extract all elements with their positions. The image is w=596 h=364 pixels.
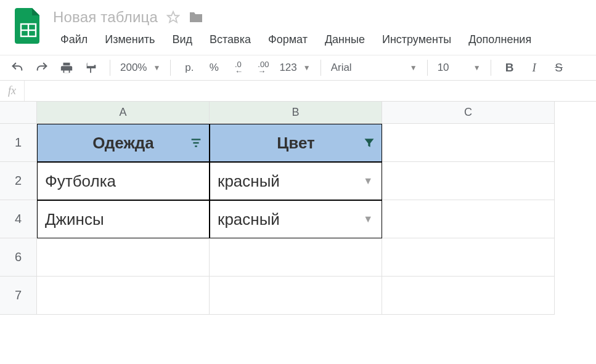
increase-decimal-button[interactable]: .00→	[255, 59, 272, 76]
font-select[interactable]: Arial ▼	[331, 62, 417, 74]
cell-a7[interactable]	[37, 277, 210, 315]
header-color-label: Цвет	[277, 134, 314, 153]
filter-icon[interactable]	[189, 136, 203, 150]
row-header-4[interactable]: 4	[0, 200, 37, 238]
undo-button[interactable]	[9, 59, 26, 76]
paint-format-button[interactable]	[83, 59, 100, 76]
menu-addons[interactable]: Дополнения	[461, 31, 539, 49]
cell-b6[interactable]	[210, 238, 382, 277]
formula-bar: fx	[0, 81, 596, 102]
menubar: Файл Изменить Вид Вставка Формат Данные …	[53, 26, 590, 49]
menu-file[interactable]: Файл	[53, 31, 95, 49]
row-header-2[interactable]: 2	[0, 162, 37, 200]
cell-c2[interactable]	[382, 162, 555, 200]
cell-value: красный	[218, 210, 280, 229]
menu-view[interactable]: Вид	[165, 31, 200, 49]
decrease-decimal-button[interactable]: .0←	[230, 59, 247, 76]
chevron-down-icon: ▼	[153, 63, 160, 72]
font-size-select[interactable]: 10 ▼	[438, 62, 481, 74]
bold-button[interactable]: B	[501, 59, 518, 76]
cell-value: Футболка	[45, 172, 116, 191]
font-value: Arial	[331, 62, 352, 74]
chevron-down-icon: ▼	[303, 63, 311, 72]
cell-b1[interactable]: Цвет	[210, 124, 382, 162]
percent-button[interactable]: %	[205, 59, 222, 76]
toolbar: 200% ▼ р. % .0← .00→ 123 ▼ Arial ▼ 10 ▼ …	[0, 55, 596, 81]
dropdown-caret-icon[interactable]: ▼	[363, 214, 373, 225]
col-header-b[interactable]: B	[210, 102, 382, 124]
menu-insert[interactable]: Вставка	[202, 31, 258, 49]
select-all-corner[interactable]	[0, 102, 37, 124]
folder-icon[interactable]	[189, 10, 203, 24]
redo-button[interactable]	[33, 59, 51, 76]
zoom-select[interactable]: 200% ▼	[120, 62, 160, 74]
font-size-value: 10	[438, 62, 449, 74]
currency-button[interactable]: р.	[181, 59, 198, 76]
row-header-1[interactable]: 1	[0, 124, 37, 162]
row-header-6[interactable]: 6	[0, 238, 37, 277]
zoom-value: 200%	[120, 62, 147, 74]
spreadsheet-grid[interactable]: A B C 1 Одежда Цвет 2 Футболка красный ▼…	[0, 102, 596, 315]
cell-a4[interactable]: Джинсы	[37, 200, 210, 238]
cell-c4[interactable]	[382, 200, 555, 238]
header-clothing-label: Одежда	[92, 134, 154, 153]
cell-value: Джинсы	[45, 210, 104, 229]
cell-a6[interactable]	[37, 238, 210, 277]
cell-c1[interactable]	[382, 124, 555, 162]
menu-edit[interactable]: Изменить	[97, 31, 162, 49]
cell-a1[interactable]: Одежда	[37, 124, 210, 162]
cell-c6[interactable]	[382, 238, 555, 277]
cell-b2[interactable]: красный ▼	[210, 162, 382, 200]
strikethrough-button[interactable]: S	[550, 59, 568, 76]
star-icon[interactable]	[166, 10, 180, 24]
svg-rect-4	[64, 71, 68, 73]
chevron-down-icon: ▼	[473, 63, 481, 72]
cell-b7[interactable]	[210, 277, 382, 315]
number-format-select[interactable]: 123 ▼	[279, 62, 310, 74]
svg-marker-3	[168, 12, 179, 22]
chevron-down-icon: ▼	[410, 63, 417, 72]
menu-tools[interactable]: Инструменты	[375, 31, 459, 49]
cell-c7[interactable]	[382, 277, 555, 315]
italic-button[interactable]: I	[526, 59, 543, 76]
menu-format[interactable]: Формат	[261, 31, 315, 49]
dropdown-caret-icon[interactable]: ▼	[363, 176, 373, 187]
col-header-c[interactable]: C	[382, 102, 555, 124]
cell-a2[interactable]: Футболка	[37, 162, 210, 200]
row-header-7[interactable]: 7	[0, 277, 37, 315]
filter-active-icon[interactable]	[363, 137, 375, 149]
print-button[interactable]	[58, 59, 75, 76]
number-format-value: 123	[279, 62, 296, 74]
doc-title[interactable]: Новая таблица	[53, 9, 158, 26]
cell-b4[interactable]: красный ▼	[210, 200, 382, 238]
cell-value: красный	[218, 172, 280, 191]
titlebar: Новая таблица Файл Изменить Вид Вставка …	[0, 0, 596, 49]
sheets-app-icon[interactable]	[12, 10, 44, 42]
col-header-a[interactable]: A	[37, 102, 210, 124]
formula-input[interactable]	[25, 81, 596, 101]
menu-data[interactable]: Данные	[317, 31, 372, 49]
fx-icon: fx	[0, 81, 25, 101]
